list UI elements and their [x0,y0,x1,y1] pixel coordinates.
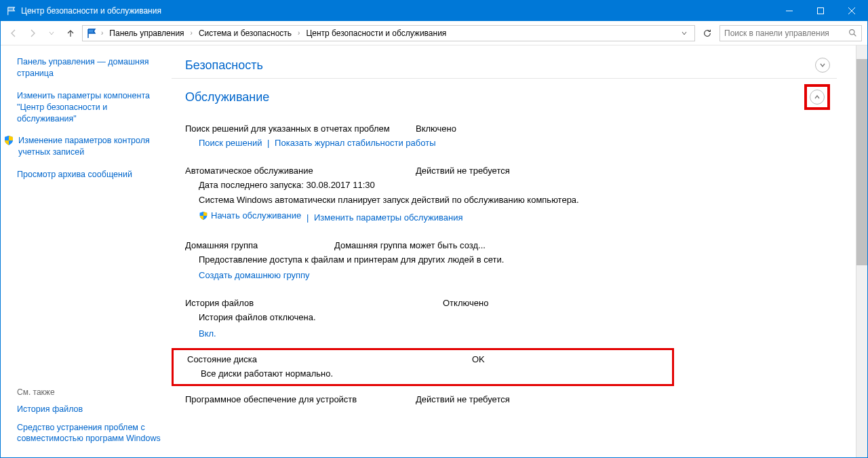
link-filehistory-on[interactable]: Вкл. [199,328,216,339]
sidebar-bottom-compat[interactable]: Средство устранения проблем с совместимо… [17,422,165,444]
block-file-history: История файлов Отключено История файлов … [172,290,837,348]
maximize-button[interactable] [805,1,836,21]
vertical-scrollbar[interactable] [856,45,867,457]
collapse-highlight [804,84,830,110]
search-icon [848,28,857,37]
block-auto-maintenance: Автоматическое обслуживание Действий не … [172,157,837,232]
content-area: Безопасность Обслуживание Поиск решений … [172,45,856,457]
back-button[interactable] [6,26,21,41]
close-button[interactable] [836,1,867,21]
section-security-title: Безопасность [185,58,263,73]
sidebar-link-uac[interactable]: Изменение параметров контроля учетных за… [3,135,165,158]
shield-icon [3,135,14,146]
sidebar-bottom-file-history[interactable]: История файлов [17,404,165,415]
scrollbar-thumb[interactable] [856,59,867,265]
disk-label: Состояние диска [187,354,472,364]
block-device-software: Программное обеспечение для устройств Де… [172,386,837,411]
link-find-solutions[interactable]: Поиск решений [199,138,262,148]
homegroup-status: Домашняя группа может быть созд... [334,240,486,250]
titlebar: Центр безопасности и обслуживания [1,1,867,21]
link-reliability-history[interactable]: Показать журнал стабильности работы [275,138,435,148]
chevron-right-icon: › [189,29,195,37]
filehistory-label: История файлов [185,298,443,308]
report-status: Включено [416,123,456,134]
flag-icon [85,27,98,39]
block-report: Поиск решений для указанных в отчетах пр… [172,115,837,157]
search-placeholder: Поиск в панели управления [724,28,829,38]
sidebar-home-link[interactable]: Панель управления — домашняя страница [17,56,165,79]
devicesw-status: Действий не требуется [416,394,510,404]
auto-label: Автоматическое обслуживание [185,166,416,176]
block-homegroup: Домашняя группа Домашняя группа может бы… [172,232,837,290]
see-also-label: См. также [17,387,165,397]
chevron-down-icon[interactable] [815,58,830,73]
auto-lastrun: Дата последнего запуска: 30.08.2017 11:3… [185,178,830,192]
chevron-right-icon: › [296,29,302,37]
section-security-header[interactable]: Безопасность [172,52,837,79]
auto-status: Действий не требуется [416,166,510,176]
app-flag-icon [6,5,17,16]
filehistory-desc: История файлов отключена. [185,311,830,324]
auto-desc: Система Windows автоматически планирует … [185,193,830,207]
report-label: Поиск решений для указанных в отчетах пр… [185,123,416,134]
chevron-right-icon: › [99,29,105,37]
sidebar-link-archive[interactable]: Просмотр архива сообщений [17,169,165,180]
toolbar: › Панель управления › Система и безопасн… [1,21,867,45]
minimize-button[interactable] [774,1,805,21]
window-title: Центр безопасности и обслуживания [21,6,774,16]
disk-status: OK [472,354,485,364]
link-start-maintenance[interactable]: Начать обслуживание [199,210,301,221]
section-maintenance-title: Обслуживание [185,90,269,104]
chevron-up-icon[interactable] [810,90,825,104]
breadcrumb-item[interactable]: Система и безопасность [196,27,294,39]
sidebar-link-settings[interactable]: Изменить параметры компонента "Центр без… [17,90,165,125]
devicesw-label: Программное обеспечение для устройств [185,394,416,404]
svg-line-5 [854,34,856,36]
search-input[interactable]: Поиск в панели управления [719,25,862,41]
up-button[interactable] [63,26,78,41]
svg-rect-1 [818,8,824,14]
homegroup-desc: Предоставление доступа к файлам и принте… [185,253,830,267]
svg-point-4 [850,30,854,35]
sidebar: Панель управления — домашняя страница Из… [1,45,172,457]
refresh-button[interactable] [699,25,715,41]
filehistory-status: Отключено [443,298,488,308]
forward-button[interactable] [25,26,40,41]
breadcrumb-item[interactable]: Центр безопасности и обслуживания [303,27,449,39]
link-maintenance-settings[interactable]: Изменить параметры обслуживания [314,212,463,223]
recent-dropdown[interactable] [44,26,59,41]
link-create-homegroup[interactable]: Создать домашнюю группу [199,270,310,280]
section-maintenance-header[interactable]: Обслуживание [172,79,837,115]
breadcrumb-item[interactable]: Панель управления [106,27,186,39]
breadcrumb[interactable]: › Панель управления › Система и безопасн… [82,25,695,41]
shield-icon [199,211,208,221]
homegroup-label: Домашняя группа [185,240,334,250]
block-disk-status: Состояние диска OK Все диски работают но… [172,348,674,387]
breadcrumb-dropdown[interactable] [681,30,692,37]
disk-desc: Все диски работают нормально. [187,367,665,381]
